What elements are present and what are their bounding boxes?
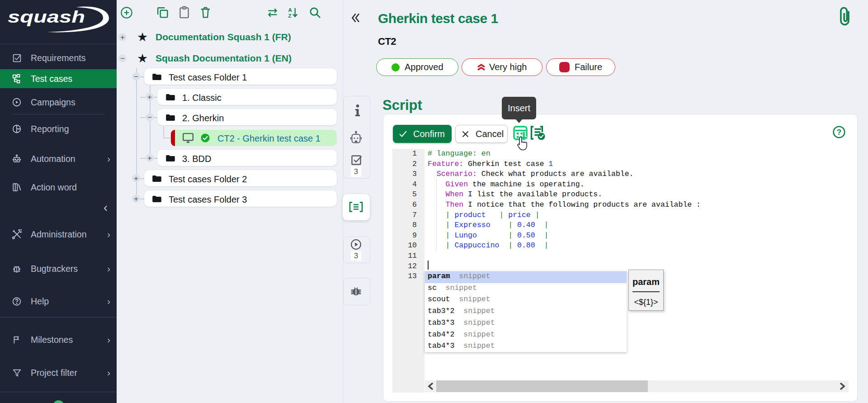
svg-text:Z: Z (288, 13, 292, 19)
svg-text:squash: squash (8, 8, 85, 26)
svg-text:?: ? (837, 128, 841, 137)
svg-text:A: A (288, 7, 292, 13)
